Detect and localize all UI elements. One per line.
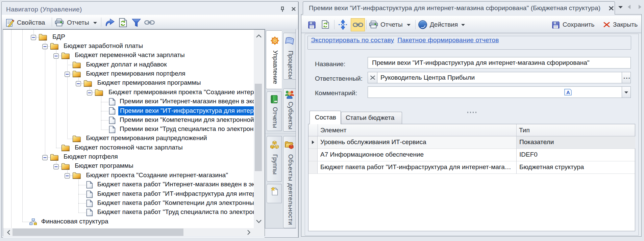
svg-text:A: A: [566, 89, 570, 95]
